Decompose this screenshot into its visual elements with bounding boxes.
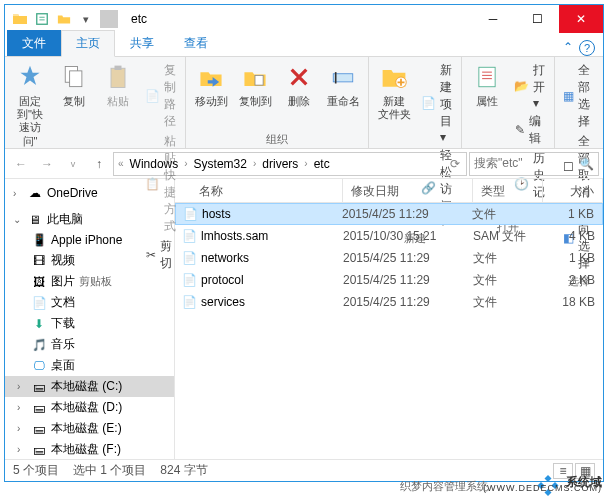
group-organize: 组织 <box>190 131 364 148</box>
tab-share[interactable]: 共享 <box>115 30 169 56</box>
file-icon: 📄 <box>182 206 198 222</box>
recent-button[interactable]: v <box>61 152 85 176</box>
file-size: 4 KB <box>543 229 603 243</box>
qat-newfolder-icon[interactable] <box>55 10 73 28</box>
status-bar: 5 个项目 选中 1 个项目 824 字节 ≡ ▦ <box>5 459 603 481</box>
file-name: protocol <box>201 273 343 287</box>
sidebar-item[interactable]: 🎞视频 <box>5 250 174 271</box>
sidebar-item[interactable]: ›🖴本地磁盘 (C:) <box>5 376 174 397</box>
properties-button[interactable]: 属性 <box>466 59 508 110</box>
breadcrumb-item[interactable]: System32 <box>190 157 251 171</box>
window-title: etc <box>125 12 147 26</box>
sidebar-item[interactable]: 🖼图片 <box>5 271 174 292</box>
forward-button[interactable]: → <box>35 152 59 176</box>
file-icon: 📄 <box>181 250 197 266</box>
copy-button[interactable]: 复制 <box>53 59 95 110</box>
breadcrumb-item[interactable]: drivers <box>258 157 302 171</box>
close-button[interactable]: ✕ <box>559 5 603 33</box>
file-type: 文件 <box>472 206 542 223</box>
file-row[interactable]: 📄lmhosts.sam2015/10/30 15:21SAM 文件4 KB <box>175 225 603 247</box>
tab-home[interactable]: 主页 <box>61 30 115 57</box>
file-row[interactable]: 📄protocol2015/4/25 11:29文件2 KB <box>175 269 603 291</box>
file-row[interactable]: 📄services2015/4/25 11:29文件18 KB <box>175 291 603 313</box>
copypath-button[interactable]: 📄复制路径 <box>141 61 181 131</box>
file-icon: 📄 <box>181 228 197 244</box>
ribbon-collapse-icon[interactable]: ⌃ <box>563 40 573 56</box>
address-bar: ← → v ↑ « Windows› System32› drivers› et… <box>5 149 603 179</box>
pasteshortcut-button[interactable]: 📋粘贴快捷方式 <box>141 132 181 236</box>
column-headers[interactable]: 名称 修改日期 类型 大小 <box>175 179 603 203</box>
status-selected: 选中 1 个项目 <box>73 462 146 479</box>
sidebar-item[interactable]: ›🖴本地磁盘 (E:) <box>5 418 174 439</box>
qat-properties-icon[interactable] <box>33 10 51 28</box>
pin-button[interactable]: 固定到"快 速访问" <box>9 59 51 150</box>
newitem-button[interactable]: 📄新建项目 ▾ <box>417 61 457 145</box>
file-size: 2 KB <box>543 273 603 287</box>
svg-rect-4 <box>115 66 122 70</box>
file-type: 文件 <box>473 272 543 289</box>
file-icon: 📄 <box>181 294 197 310</box>
svg-rect-2 <box>70 71 82 87</box>
sidebar-item[interactable]: 📄文档 <box>5 292 174 313</box>
col-type[interactable]: 类型 <box>473 179 543 202</box>
refresh-icon[interactable]: ⟳ <box>446 157 464 171</box>
help-icon[interactable]: ? <box>579 40 595 56</box>
titlebar: ▾ etc ─ ☐ ✕ <box>5 5 603 33</box>
status-size: 824 字节 <box>160 462 207 479</box>
edit-button[interactable]: ✎编辑 <box>510 112 550 148</box>
col-date[interactable]: 修改日期 <box>343 179 473 202</box>
svg-rect-3 <box>111 68 125 87</box>
svg-rect-5 <box>255 75 263 85</box>
col-size[interactable]: 大小 <box>543 179 603 202</box>
rename-button[interactable]: 重命名 <box>322 59 364 110</box>
file-date: 2015/4/25 11:29 <box>343 295 473 309</box>
file-date: 2015/4/25 11:29 <box>343 251 473 265</box>
ribbon: 固定到"快 速访问" 复制 粘贴 📄复制路径 📋粘贴快捷方式 ✂剪切 剪贴板 移… <box>5 57 603 149</box>
svg-rect-9 <box>479 67 495 87</box>
paste-button[interactable]: 粘贴 <box>97 59 139 110</box>
file-size: 18 KB <box>543 295 603 309</box>
file-date: 2015/10/30 15:21 <box>343 229 473 243</box>
tab-view[interactable]: 查看 <box>169 30 223 56</box>
sidebar-item[interactable]: ›🖴本地磁盘 (F:) <box>5 439 174 459</box>
copyto-button[interactable]: 复制到 <box>234 59 276 110</box>
explorer-window: ▾ etc ─ ☐ ✕ 文件 主页 共享 查看 ⌃ ? 固定到"快 速访问" 复… <box>4 4 604 482</box>
sidebar-item[interactable]: 🎵音乐 <box>5 334 174 355</box>
breadcrumb-item[interactable]: etc <box>310 157 334 171</box>
file-name: lmhosts.sam <box>201 229 343 243</box>
col-name[interactable]: 名称 <box>175 179 343 202</box>
file-name: services <box>201 295 343 309</box>
status-count: 5 个项目 <box>13 462 59 479</box>
file-date: 2015/4/25 11:29 <box>342 207 472 221</box>
ribbon-tabs: 文件 主页 共享 查看 ⌃ ? <box>5 33 603 57</box>
moveto-button[interactable]: 移动到 <box>190 59 232 110</box>
sidebar-item[interactable]: ⬇下载 <box>5 313 174 334</box>
search-input[interactable]: 搜索"etc" 🔍 <box>469 152 599 176</box>
minimize-button[interactable]: ─ <box>471 5 515 33</box>
file-type: 文件 <box>473 250 543 267</box>
maximize-button[interactable]: ☐ <box>515 5 559 33</box>
svg-rect-7 <box>335 72 337 83</box>
tab-file[interactable]: 文件 <box>7 30 61 56</box>
file-size: 1 KB <box>543 251 603 265</box>
file-row[interactable]: 📄networks2015/4/25 11:29文件1 KB <box>175 247 603 269</box>
file-name: hosts <box>202 207 342 221</box>
file-type: 文件 <box>473 294 543 311</box>
sidebar-item[interactable]: 🖵桌面 <box>5 355 174 376</box>
selectall-button[interactable]: ▦全部选择 <box>559 61 599 131</box>
file-icon: 📄 <box>181 272 197 288</box>
delete-button[interactable]: 删除 <box>278 59 320 110</box>
sidebar-item[interactable]: ›🖴本地磁盘 (D:) <box>5 397 174 418</box>
open-button[interactable]: 📂打开 ▾ <box>510 61 550 111</box>
newfolder-button[interactable]: 新建 文件夹 <box>373 59 415 123</box>
up-button[interactable]: ↑ <box>87 152 111 176</box>
search-placeholder: 搜索"etc" <box>474 155 523 172</box>
file-name: networks <box>201 251 343 265</box>
svg-rect-0 <box>37 14 48 25</box>
back-button[interactable]: ← <box>9 152 33 176</box>
watermark: 系统域(WWW.DEDECMS.COM) <box>534 468 602 496</box>
file-date: 2015/4/25 11:29 <box>343 273 473 287</box>
file-list: 名称 修改日期 类型 大小 📄hosts2015/4/25 11:29文件1 K… <box>175 179 603 459</box>
qat-customize-icon[interactable]: ▾ <box>77 10 95 28</box>
file-row[interactable]: 📄hosts2015/4/25 11:29文件1 KB <box>175 203 603 225</box>
